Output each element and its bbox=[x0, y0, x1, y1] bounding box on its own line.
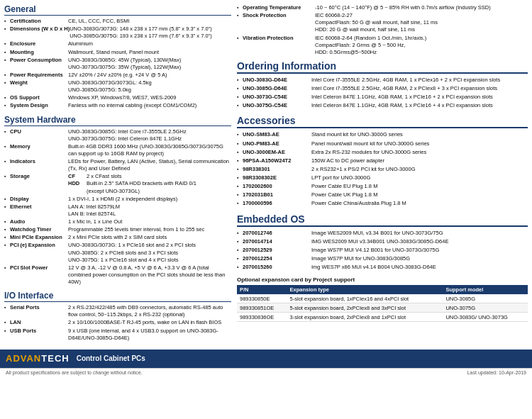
page: General Certification CE, UL, CCC, FCC, … bbox=[0, 0, 532, 376]
value-usb: 9 x USB (one internal, and 4 x USB3.0 su… bbox=[68, 328, 231, 342]
value-mounting: Wallmount, Stand mount, Panel mount bbox=[68, 49, 231, 56]
acc-pn-6: 98R3308302E bbox=[237, 174, 311, 181]
acc-item-6: 98R3308302E LPT port for UNO-3000G bbox=[237, 174, 528, 181]
right-specs-section: Operating Temperature -10 ~ 60°C (14 ~ 1… bbox=[237, 4, 528, 56]
table-cell-type: 5-slot expansion board, 2xPCIex8 and 3xP… bbox=[287, 303, 443, 313]
table-cell-pn: 989330836OE bbox=[237, 313, 287, 322]
acc-pn-8: 1702031B01 bbox=[237, 191, 311, 199]
row-usb: USB Ports 9 x USB (one internal, and 4 x… bbox=[4, 328, 231, 342]
label-cpu: CPU bbox=[4, 128, 68, 143]
order-pn-4: UNO-3075G-C54E bbox=[237, 102, 311, 109]
row-mounting: Mounting Wallmount, Stand mount, Panel m… bbox=[4, 49, 231, 56]
acc-item-5: 98R338301 2 x RS232+1 x PS/2 PCI kit for… bbox=[237, 166, 528, 173]
row-os-support: OS Support Windows XP, Windows7/8, WES7,… bbox=[4, 94, 231, 101]
row-pcie: PCI (e) Expansion UNO-3083G/3073G: 1 x P… bbox=[4, 242, 231, 263]
os-item-2: 2070014714 IMG WES2009 MUI v3.34B001 UNO… bbox=[237, 238, 528, 245]
order-pn-3: UNO-3073G-C54E bbox=[237, 94, 311, 101]
expansion-table: P/N Expansion type Support model 9893308… bbox=[237, 285, 528, 322]
value-display: 1 x DVI-I, 1 x HDMI (2 x independent dis… bbox=[68, 196, 231, 203]
table-cell-type: 5-slot expansion board, 1xPCIex16 and 4x… bbox=[287, 294, 443, 303]
os-item-5: 2070015260 Img WES7P x86 MUI v4.14 B004 … bbox=[237, 264, 528, 271]
system-hardware-section: System Hardware CPU UNO-3083G/3085G: Int… bbox=[4, 115, 231, 286]
value-power-requirements: 12V ±20% / 24V ±20% (e.g. +24 V @ 5 A) bbox=[68, 72, 231, 79]
footer-bottom: All product specifications are subject t… bbox=[0, 368, 532, 376]
label-memory: Memory bbox=[4, 143, 68, 157]
label-system-design: System Design bbox=[4, 102, 68, 109]
value-pcie: UNO-3083G/3073G: 1 x PCIe16 slot and 2 x… bbox=[68, 242, 231, 263]
table-cell-pn: 989330851OE bbox=[237, 303, 287, 313]
acc-desc-7: Power Cable EU Plug 1.8 M bbox=[311, 183, 528, 190]
row-lan: LAN 2 x 10/100/1000BASE-T RJ-45 ports, w… bbox=[4, 319, 231, 326]
row-power-consumption: Power Consumption UNO-3083G/3085G: 45W (… bbox=[4, 57, 231, 71]
col-header-pn: P/N bbox=[237, 285, 287, 294]
os-pn-3: 2070012529 bbox=[237, 247, 311, 254]
row-watchdog: Watchdog Timer Programmable 255 levels t… bbox=[4, 226, 231, 233]
footer-note-left: All product specifications are subject t… bbox=[6, 370, 143, 375]
label-enclosure: Enclosure bbox=[4, 40, 68, 48]
label-vibration: Vibration Protection bbox=[237, 35, 315, 56]
order-desc-4: Intel Celeron 847E 1.1GHz, 4GB RAM, 1 x … bbox=[311, 102, 528, 109]
ordering-section: Ordering Information UNO-3083G-D64E Inte… bbox=[237, 60, 528, 110]
general-title: General bbox=[4, 4, 231, 16]
row-pci-slot-power: PCI Slot Power 12 V @ 3 A, -12 V @ 0.8 A… bbox=[4, 264, 231, 286]
label-os-support: OS Support bbox=[4, 94, 68, 101]
order-desc-3: Intel Celeron 847E 1.1GHz, 4GB RAM, 1 x … bbox=[311, 94, 528, 101]
value-audio: 1 x Mic in, 1 x Line Out bbox=[68, 218, 231, 225]
acc-desc-4: 150W AC to DC power adapter bbox=[311, 157, 528, 164]
row-ethernet: Ethernet LAN A: Intel 82579LMLAN B: Inte… bbox=[4, 203, 231, 218]
os-pn-5: 2070015260 bbox=[237, 264, 311, 271]
embedded-os-title: Embedded OS bbox=[237, 213, 528, 227]
label-pci-slot-power: PCI Slot Power bbox=[4, 264, 68, 286]
acc-pn-1: UNO-SM83-AE bbox=[237, 131, 311, 138]
acc-desc-5: 2 x RS232+1 x PS/2 PCI kit for UNO-3000G bbox=[311, 166, 528, 173]
order-item-4: UNO-3075G-C54E Intel Celeron 847E 1.1GHz… bbox=[237, 102, 528, 109]
value-indicators: LEDs for Power, Battery, LAN (Active, St… bbox=[68, 158, 231, 172]
acc-item-4: 96PSA-A150W24T2 150W AC to DC power adap… bbox=[237, 157, 528, 164]
acc-pn-7: 1702002600 bbox=[237, 183, 311, 190]
table-cell-type: 3-slot expansion board, 2xPCIex8 and 1xP… bbox=[287, 313, 443, 322]
row-indicators: Indicators LEDs for Power, Battery, LAN … bbox=[4, 158, 231, 172]
row-weight: Weight UNO-3083G/3073G/3073GL: 4.5kgUNO-… bbox=[4, 79, 231, 94]
label-indicators: Indicators bbox=[4, 158, 68, 172]
label-lan: LAN bbox=[4, 319, 68, 326]
row-system-design: System Design Fanless with no internal c… bbox=[4, 102, 231, 109]
label-power-consumption: Power Consumption bbox=[4, 57, 68, 71]
label-dimensions: Dimensions (W x D x H) bbox=[4, 26, 70, 40]
os-pn-1: 2070012746 bbox=[237, 230, 311, 237]
row-dimensions: Dimensions (W x D x H) UNO-3083G/3073G: … bbox=[4, 26, 231, 40]
label-minipcie: Mini PCIe Expansion bbox=[4, 234, 68, 241]
label-usb: USB Ports bbox=[4, 328, 68, 342]
table-cell-model: UNO-3085G bbox=[443, 294, 528, 303]
acc-item-9: 1700000596 Power Cable China/Australia P… bbox=[237, 200, 528, 207]
acc-pn-4: 96PSA-A150W24T2 bbox=[237, 157, 311, 164]
table-cell-pn: 989330850E bbox=[237, 294, 287, 303]
row-certification: Certification CE, UL, CCC, FCC, BSMI bbox=[4, 18, 231, 25]
content-area: General Certification CE, UL, CCC, FCC, … bbox=[0, 0, 532, 350]
row-power-requirements: Power Requirements 12V ±20% / 24V ±20% (… bbox=[4, 72, 231, 79]
acc-item-8: 1702031B01 Power Cable UK Plug 1.8 M bbox=[237, 191, 528, 199]
value-serial-ports: 2 x RS-232/422/485 with DB9 connectors, … bbox=[68, 304, 231, 318]
order-desc-2: Intel Core i7-3555LE 2.5GHz, 4GB RAM, 2 … bbox=[311, 85, 528, 92]
acc-desc-8: Power Cable UK Plug 1.8 M bbox=[311, 191, 528, 199]
acc-pn-3: UNO-3000EM-AE bbox=[237, 149, 311, 156]
acc-item-7: 1702002600 Power Cable EU Plug 1.8 M bbox=[237, 183, 528, 190]
acc-desc-6: LPT port for UNO-3000G bbox=[311, 174, 528, 181]
os-item-1: 2070012746 Image WES2009 MUI, v3.34 B001… bbox=[237, 230, 528, 237]
label-watchdog: Watchdog Timer bbox=[4, 226, 68, 233]
acc-desc-3: Extra 2x RS-232 modules for UNO-3000G se… bbox=[311, 149, 528, 156]
label-pcie: PCI (e) Expansion bbox=[4, 242, 68, 263]
value-minipcie: 2 x Mini PCIe slots with 2 x SIM card sl… bbox=[68, 234, 231, 241]
label-power-requirements: Power Requirements bbox=[4, 72, 68, 79]
right-column: Operating Temperature -10 ~ 60°C (14 ~ 1… bbox=[237, 4, 528, 347]
label-audio: Audio bbox=[4, 218, 68, 225]
row-audio: Audio 1 x Mic in, 1 x Line Out bbox=[4, 218, 231, 225]
col-header-type: Expansion type bbox=[287, 285, 443, 294]
value-lan: 2 x 10/100/1000BASE-T RJ-45 ports, wake … bbox=[68, 319, 231, 326]
value-watchdog: Programmable 255 levels timer interval, … bbox=[68, 226, 231, 233]
os-desc-2: IMG WES2009 MUI v3.34B001 UNO-3083G/3085… bbox=[311, 238, 528, 245]
value-enclosure: Aluminium bbox=[68, 40, 231, 48]
col-header-model: Support model bbox=[443, 285, 528, 294]
accessories-title: Accessories bbox=[237, 115, 528, 128]
table-row: 989330850E 5-slot expansion board, 1xPCI… bbox=[237, 294, 528, 303]
label-ethernet: Ethernet bbox=[4, 203, 68, 218]
